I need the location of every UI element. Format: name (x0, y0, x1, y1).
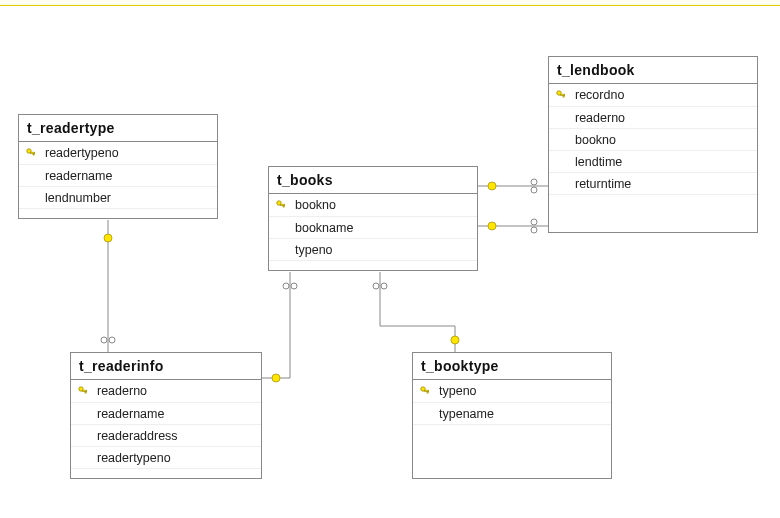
svg-rect-37 (427, 392, 428, 394)
column-row[interactable]: readertypeno (19, 142, 217, 164)
column-row[interactable]: bookno (269, 194, 477, 216)
entity-title: t_readerinfo (71, 353, 261, 380)
column-row[interactable]: readername (19, 164, 217, 186)
column-name: bookno (289, 198, 336, 212)
svg-point-12 (531, 187, 537, 193)
column-row[interactable]: readerno (549, 106, 757, 128)
column-row[interactable]: readertypeno (71, 446, 261, 468)
svg-point-2 (101, 337, 107, 343)
column-name: readertypeno (91, 451, 171, 465)
column-name: readerno (91, 384, 147, 398)
column-name: lendnumber (39, 191, 111, 205)
column-name: readerno (569, 111, 625, 125)
pk-key-icon (553, 90, 569, 100)
entity-books[interactable]: t_books bookno bookname typeno (268, 166, 478, 271)
entity-title: t_readertype (19, 115, 217, 142)
pk-key-icon (23, 148, 39, 158)
svg-point-20 (373, 283, 379, 289)
entity-booktype[interactable]: t_booktype typeno typename (412, 352, 612, 479)
svg-rect-34 (85, 392, 86, 394)
svg-point-15 (531, 219, 537, 225)
svg-point-11 (531, 179, 537, 185)
column-name: readertypeno (39, 146, 119, 160)
svg-point-16 (531, 227, 537, 233)
column-name: readername (91, 407, 164, 421)
column-name: bookname (289, 221, 353, 235)
column-name: typeno (289, 243, 333, 257)
diagram-canvas[interactable]: t_readertype readertypeno readername len… (0, 6, 780, 518)
svg-point-3 (109, 337, 115, 343)
svg-point-8 (291, 283, 297, 289)
column-row[interactable]: lendtime (549, 150, 757, 172)
entity-readertype[interactable]: t_readertype readertypeno readername len… (18, 114, 218, 219)
column-name: lendtime (569, 155, 622, 169)
column-row[interactable]: readerno (71, 380, 261, 402)
column-row[interactable]: typeno (413, 380, 611, 402)
entity-title: t_booktype (413, 353, 611, 380)
column-row[interactable]: readername (71, 402, 261, 424)
column-row[interactable]: typename (413, 402, 611, 424)
pk-key-icon (417, 386, 433, 396)
column-name: returntime (569, 177, 631, 191)
column-row[interactable]: typeno (269, 238, 477, 260)
column-name: readername (39, 169, 112, 183)
column-row[interactable]: recordno (549, 84, 757, 106)
column-name: bookno (569, 133, 616, 147)
entity-lendbook[interactable]: t_lendbook recordno readerno bookno lend… (548, 56, 758, 233)
svg-point-22 (451, 336, 459, 344)
pk-key-icon (75, 386, 91, 396)
column-row[interactable]: bookno (549, 128, 757, 150)
pk-key-icon (273, 200, 289, 210)
column-name: typename (433, 407, 494, 421)
svg-point-10 (488, 182, 496, 190)
svg-point-14 (488, 222, 496, 230)
svg-point-7 (283, 283, 289, 289)
svg-rect-25 (33, 154, 34, 156)
column-name: typeno (433, 384, 477, 398)
entity-title: t_lendbook (549, 57, 757, 84)
column-row[interactable]: bookname (269, 216, 477, 238)
column-row[interactable]: readeraddress (71, 424, 261, 446)
svg-rect-28 (283, 206, 284, 208)
svg-point-1 (104, 234, 112, 242)
svg-rect-31 (563, 96, 564, 98)
column-row[interactable]: returntime (549, 172, 757, 194)
entity-readerinfo[interactable]: t_readerinfo readerno readername readera… (70, 352, 262, 479)
column-row[interactable]: lendnumber (19, 186, 217, 208)
column-name: recordno (569, 88, 624, 102)
entity-title: t_books (269, 167, 477, 194)
svg-point-6 (272, 374, 280, 382)
column-name: readeraddress (91, 429, 178, 443)
svg-point-21 (381, 283, 387, 289)
